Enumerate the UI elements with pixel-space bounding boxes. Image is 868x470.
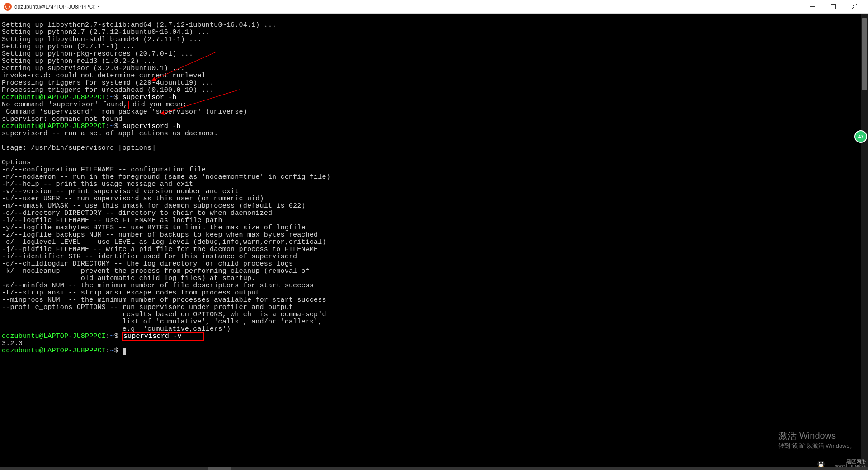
prompt-sigil: $: [114, 94, 118, 101]
window-titlebar: ddzubuntu@LAPTOP-JU8PPPCI: ~: [0, 0, 868, 14]
taskbar-strip: [0, 467, 868, 470]
output-line: -q/--childlogdir DIRECTORY -- the log di…: [2, 260, 293, 268]
prompt-userhost: ddzubuntu@LAPTOP-JU8PPPCI: [2, 123, 106, 130]
output-line: -h/--help -- print this usage message an…: [2, 180, 193, 188]
prompt-userhost: ddzubuntu@LAPTOP-JU8PPPCI: [2, 347, 106, 355]
minimize-button[interactable]: [802, 0, 823, 14]
output-line: -e/--loglevel LEVEL -- use LEVEL as log …: [2, 238, 326, 246]
output-line: list of 'cumulative', 'calls', and/or 'c…: [2, 318, 322, 326]
prompt-sep: :: [106, 347, 110, 355]
output-line: -a/--minfds NUM -- the minimum number of…: [2, 282, 314, 290]
scrollbar[interactable]: [861, 14, 868, 470]
svg-point-9: [822, 463, 822, 463]
prompt-userhost: ddzubuntu@LAPTOP-JU8PPPCI: [2, 332, 106, 340]
output-line: Usage: /usr/bin/supervisord [options]: [2, 144, 156, 152]
badge-count: 47: [858, 134, 863, 139]
prompt-sep: :: [106, 332, 110, 340]
prompt-sep: :: [106, 123, 110, 130]
output-line: -t/--strip_ansi -- strip ansi escape cod…: [2, 289, 260, 297]
output-line: Setting up libpython2.7-stdlib:amd64 (2.…: [2, 21, 276, 29]
output-line: Setting up supervisor (3.2.0-2ubuntu0.1)…: [2, 65, 185, 72]
output-line: -d/--directory DIRECTORY -- directory to…: [2, 209, 272, 217]
close-button[interactable]: [844, 0, 864, 14]
output-line: -z/--logfile_backups NUM -- number of ba…: [2, 231, 318, 239]
prompt-userhost: ddzubuntu@LAPTOP-JU8PPPCI: [2, 94, 106, 101]
terminal-area[interactable]: Setting up libpython2.7-stdlib:amd64 (2.…: [0, 14, 868, 470]
output-line: 3.2.0: [2, 340, 23, 347]
output-line: -u/--user USER -- run supervisord as thi…: [2, 195, 264, 203]
output-line: Setting up libpython-stdlib:amd64 (2.7.1…: [2, 36, 202, 43]
output-line: -n/--nodaemon -- run in the foreground (…: [2, 173, 330, 181]
output-line: -m/--umask UMASK -- use this umask for d…: [2, 202, 306, 210]
output-line: supervisor: command not found: [2, 115, 123, 123]
output-line: e.g. 'cumulative,callers'): [2, 325, 231, 333]
output-line: -k/--nocleanup -- prevent the process fr…: [2, 267, 310, 275]
highlight-command-supervisord-v: supervisord -v: [123, 332, 182, 340]
prompt-sigil: $: [114, 332, 118, 340]
output-line: -v/--version -- print supervisord versio…: [2, 188, 239, 195]
output-line: old automatic child log files) at startu…: [2, 275, 255, 282]
output-line: -j/--pidfile FILENAME -- write a pid fil…: [2, 246, 318, 253]
site-brand: 黑区网络 www.Linuxidc.c: [815, 457, 866, 468]
output-line: -c/--configuration FILENAME -- configura…: [2, 166, 206, 174]
output-line: --profile_options OPTIONS -- run supervi…: [2, 304, 293, 311]
prompt-sigil: $: [114, 347, 118, 355]
notification-badge[interactable]: 47: [854, 130, 867, 143]
scrollbar-thumb[interactable]: [862, 18, 867, 90]
svg-point-8: [819, 463, 820, 463]
maximize-button[interactable]: [823, 0, 844, 14]
output-line: invoke-rc.d: could not determine current…: [2, 72, 206, 80]
output-line: -y/--logfile_maxbytes BYTES -- use BYTES…: [2, 224, 306, 232]
output-line: Processing triggers for systemd (229-4ub…: [2, 79, 214, 87]
output-line: Setting up python-pkg-resources (20.7.0-…: [2, 50, 193, 58]
output-line: Options:: [2, 159, 35, 166]
cursor: [123, 348, 126, 355]
output-line: No command: [2, 101, 47, 109]
output-line: results based on OPTIONS, which is a com…: [2, 311, 326, 318]
command-text: supervisor -h: [123, 94, 177, 101]
prompt-sigil: $: [114, 123, 118, 130]
output-line: Processing triggers for ureadahead (0.10…: [2, 86, 214, 94]
output-line: -i/--identifier STR -- identifier used f…: [2, 253, 297, 261]
ubuntu-icon: [4, 3, 12, 11]
output-line: did you mean:: [128, 101, 187, 109]
window-title: ddzubuntu@LAPTOP-JU8PPPCI: ~: [14, 4, 802, 10]
terminal-output[interactable]: Setting up libpython2.7-stdlib:amd64 (2.…: [0, 14, 868, 470]
output-line: -l/--logfile FILENAME -- use FILENAME as…: [2, 217, 222, 224]
output-line: Setting up python (2.7.11-1) ...: [2, 43, 135, 51]
output-line: --minprocs NUM -- the minimum number of …: [2, 296, 326, 304]
highlight-supervisor-notfound: 'supervisor' found,: [48, 101, 127, 109]
output-line: Setting up python2.7 (2.7.12-1ubuntu0~16…: [2, 28, 210, 36]
linux-penguin-icon: [815, 457, 835, 468]
output-line: supervisord -- run a set of applications…: [2, 130, 218, 138]
window-controls: [802, 0, 864, 14]
output-line: Command 'supervisord' from package 'supe…: [2, 108, 247, 116]
output-line: Setting up python-meld3 (1.0.2-2) ...: [2, 57, 156, 65]
prompt-sep: :: [106, 94, 110, 101]
svg-rect-1: [831, 5, 835, 9]
command-text: supervisord -h: [123, 123, 181, 130]
